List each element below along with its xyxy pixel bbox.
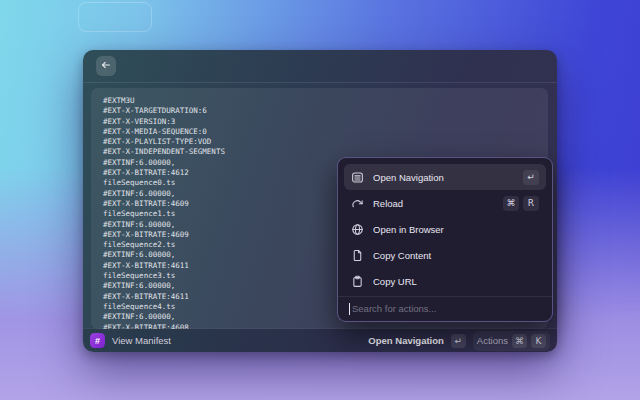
menu-item-reload[interactable]: Reload⌘R: [344, 190, 546, 216]
back-button[interactable]: [96, 56, 116, 76]
menu-item-label: Copy Content: [373, 250, 530, 261]
search-placeholder: Search for actions...: [352, 303, 436, 314]
menu-item-copy-url[interactable]: Copy URL: [344, 268, 546, 294]
status-bar-left: # View Manifest: [90, 333, 171, 348]
keycap: ⌘: [503, 196, 519, 211]
actions-button[interactable]: Actions ⌘ K: [473, 331, 550, 351]
actions-search-input[interactable]: Search for actions...: [344, 297, 546, 321]
menu-item-label: Open in Browser: [373, 224, 530, 235]
status-bar: # View Manifest Open Navigation ↵ Action…: [83, 328, 557, 352]
ghost-window-outline: [78, 2, 152, 32]
list-icon: [351, 171, 364, 184]
menu-item-copy-content[interactable]: Copy Content: [344, 242, 546, 268]
menu-item-open-in-browser[interactable]: Open in Browser: [344, 216, 546, 242]
actions-menu-items: Open Navigation↵Reload⌘ROpen in BrowserC…: [344, 164, 546, 294]
keycap: ↵: [523, 170, 539, 185]
actions-label: Actions: [477, 335, 508, 346]
screenshot-stage: #EXTM3U #EXT-X-TARGETDURATION:6 #EXT-X-V…: [0, 0, 640, 400]
globe-icon: [351, 223, 364, 236]
view-title: View Manifest: [112, 335, 171, 346]
arrow-left-icon: [100, 59, 112, 74]
text-cursor: [349, 303, 350, 315]
extension-hash-icon: #: [90, 333, 105, 348]
menu-item-label: Reload: [373, 198, 494, 209]
window-header: [83, 50, 557, 83]
menu-item-shortcut: ↵: [523, 170, 539, 185]
keycap: R: [523, 196, 539, 211]
menu-item-label: Copy URL: [373, 276, 530, 287]
actions-menu: Open Navigation↵Reload⌘ROpen in BrowserC…: [337, 157, 553, 322]
menu-item-label: Open Navigation: [373, 172, 514, 183]
open-navigation-hint[interactable]: Open Navigation: [368, 335, 443, 346]
command-keycap: ⌘: [512, 334, 527, 348]
document-icon: [351, 249, 364, 262]
return-keycap: ↵: [451, 334, 466, 348]
menu-item-shortcut: ⌘R: [503, 196, 539, 211]
k-keycap: K: [531, 334, 546, 348]
menu-item-open-navigation[interactable]: Open Navigation↵: [344, 164, 546, 190]
reload-icon: [351, 197, 364, 210]
status-bar-right: Open Navigation ↵ Actions ⌘ K: [368, 331, 550, 351]
clipboard-icon: [351, 275, 364, 288]
